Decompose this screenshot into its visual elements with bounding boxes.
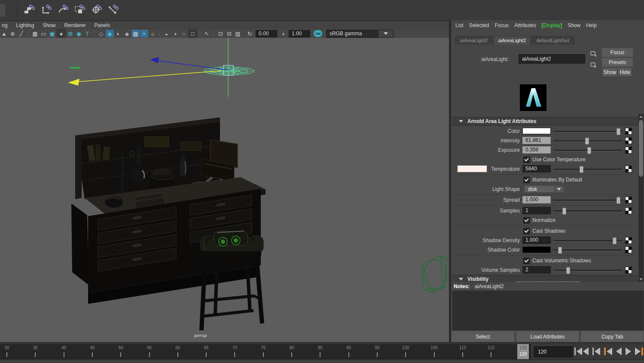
ae-menu-help[interactable]: Help <box>586 22 597 28</box>
motion-blur-icon[interactable]: ○ <box>180 30 188 37</box>
viewport-menu-show[interactable]: Show <box>42 22 56 28</box>
color-swatch[interactable] <box>522 246 551 253</box>
attribute-slider[interactable] <box>553 270 622 271</box>
map-button-icon[interactable] <box>625 128 632 135</box>
safe-title-icon[interactable]: T <box>83 30 92 37</box>
wireframe-box[interactable] <box>422 256 449 292</box>
attribute-slider[interactable] <box>553 240 622 242</box>
map-button-icon[interactable] <box>625 166 632 172</box>
wireframe-cube-icon[interactable]: ◇ <box>97 30 105 37</box>
ae-menu-focus[interactable]: Focus <box>494 22 509 28</box>
half-sphere-icon[interactable]: ◐ <box>114 30 122 37</box>
node-name-field[interactable]: aiAreaLight2 <box>519 54 585 64</box>
range-slider-strip[interactable] <box>0 359 644 363</box>
map-button-icon[interactable] <box>625 207 632 214</box>
value-field-samples[interactable]: 1 <box>522 207 551 214</box>
lights-icon[interactable]: ☀ <box>140 30 148 37</box>
multisample-icon[interactable]: ▩ <box>131 30 140 37</box>
default-light-icon[interactable]: ☼ <box>149 30 157 37</box>
textured-cube-icon[interactable]: ◈ <box>123 30 131 37</box>
attribute-slider[interactable] <box>553 131 622 132</box>
snap-icon[interactable]: ⊡ <box>217 30 225 37</box>
ae-menu-selected[interactable]: Selected <box>469 22 489 28</box>
presets-button[interactable]: Presets <box>601 58 633 67</box>
value-field-shadow-density[interactable]: 1.000 <box>522 237 551 244</box>
slider-handle[interactable] <box>585 138 589 145</box>
slider-handle[interactable] <box>617 128 620 135</box>
gamma-field[interactable]: 1.00 <box>289 30 310 37</box>
checkbox-normalize[interactable] <box>523 217 530 224</box>
attribute-slider[interactable] <box>553 210 622 212</box>
checkbox-cast-volumetric-shadows[interactable] <box>523 258 530 264</box>
view-transform-dropdown[interactable]: sRGB gamma <box>326 30 394 38</box>
chevron-down-icon[interactable] <box>554 185 564 193</box>
field-chart-icon[interactable]: ⊞ <box>66 30 74 37</box>
isolate-select-icon[interactable]: □ <box>188 29 197 38</box>
scroll-up-icon[interactable] <box>639 114 643 119</box>
area-light-manipulator[interactable] <box>68 38 254 97</box>
notes-textarea[interactable] <box>452 291 644 330</box>
focus-button[interactable]: Focus <box>601 48 633 57</box>
viewport-canvas[interactable]: persp <box>0 38 449 342</box>
ae-menu-display[interactable]: [Display] <box>542 22 562 28</box>
map-button-icon[interactable] <box>625 137 632 144</box>
slider-handle[interactable] <box>617 197 620 204</box>
aim-constraint-icon[interactable] <box>89 2 104 19</box>
attribute-slider[interactable] <box>553 200 622 201</box>
arnold-node-thumbnail[interactable] <box>520 84 546 111</box>
film-gate-icon[interactable]: ▭ <box>40 30 48 37</box>
viewport-menu-panels[interactable]: Panels <box>93 22 111 28</box>
pencil-tool-icon[interactable]: ╱ <box>17 30 25 37</box>
step-back-frame-button[interactable] <box>592 348 600 355</box>
arnold-section-header[interactable]: Arnold Area Light Attributes <box>452 117 638 126</box>
grid-icon[interactable]: ▦ <box>31 30 39 37</box>
map-button-icon[interactable] <box>625 147 632 154</box>
attribute-slider[interactable] <box>553 150 622 151</box>
show-button[interactable]: Show <box>602 68 617 77</box>
exposure-icon[interactable]: ↻ <box>246 30 254 37</box>
select-button[interactable]: Select <box>451 331 515 342</box>
workbench-model[interactable] <box>71 117 266 304</box>
partial-shelf-icon[interactable] <box>0 4 5 16</box>
exposure-field[interactable]: 0.00 <box>256 30 277 37</box>
duplicate-icon[interactable]: ⊟ <box>225 30 233 37</box>
move-magnifier-icon[interactable]: ⊕ <box>9 30 17 37</box>
orient-constraint-icon[interactable] <box>55 2 70 19</box>
copy-tab-button[interactable]: Copy Tab <box>580 331 644 342</box>
temperature-color-swatch[interactable] <box>457 165 487 172</box>
view-transform-arrow[interactable] <box>378 30 393 37</box>
flag-tool-icon[interactable]: ▲ <box>0 30 8 37</box>
point-constraint-icon[interactable] <box>38 2 54 19</box>
play-forward-button[interactable] <box>626 348 631 355</box>
value-field-volume-samples[interactable]: 2 <box>522 266 551 274</box>
ae-menu-show[interactable]: Show <box>568 22 580 28</box>
tab-aiAreaLight2-1[interactable]: aiAreaLight2 <box>494 36 531 45</box>
ao-icon[interactable]: ◑ <box>171 30 179 37</box>
contrast-icon[interactable]: ◑ <box>279 30 287 37</box>
current-frame-marker[interactable]: 120120 <box>517 344 529 359</box>
ae-menu-attributes[interactable]: Attributes <box>514 22 536 28</box>
safe-action-icon[interactable]: ◉ <box>75 30 83 37</box>
checkbox-use-color-temperature[interactable] <box>523 157 530 163</box>
value-field-intensity[interactable]: 61.861 <box>522 137 551 144</box>
tab-aiAreaLight2-0[interactable]: aiAreaLight2 <box>455 36 493 45</box>
list-input-connections-icon[interactable] <box>589 49 597 57</box>
checkbox-cast-shadows[interactable] <box>523 228 530 234</box>
map-button-icon[interactable] <box>625 237 632 244</box>
load-attributes-button[interactable]: Load Attributes <box>516 331 580 342</box>
slider-handle[interactable] <box>562 208 566 215</box>
value-field-temperature[interactable]: 5840 <box>522 165 551 172</box>
hide-button[interactable]: Hide <box>618 68 632 77</box>
scrollbar-thumb[interactable] <box>639 120 643 177</box>
step-back-key-button[interactable] <box>604 348 612 355</box>
slider-handle[interactable] <box>587 147 591 154</box>
map-button-icon[interactable] <box>625 267 632 274</box>
slider-handle[interactable] <box>558 247 562 254</box>
color-swatch[interactable] <box>522 128 551 134</box>
play-backward-button[interactable] <box>616 348 622 355</box>
value-field-spread[interactable]: 1.000 <box>522 196 551 203</box>
resolution-gate-icon[interactable]: ▣ <box>48 30 56 37</box>
attribute-slider[interactable] <box>553 249 622 251</box>
color-management-toggle[interactable]: ON <box>314 30 322 37</box>
attribute-slider[interactable] <box>553 140 622 142</box>
